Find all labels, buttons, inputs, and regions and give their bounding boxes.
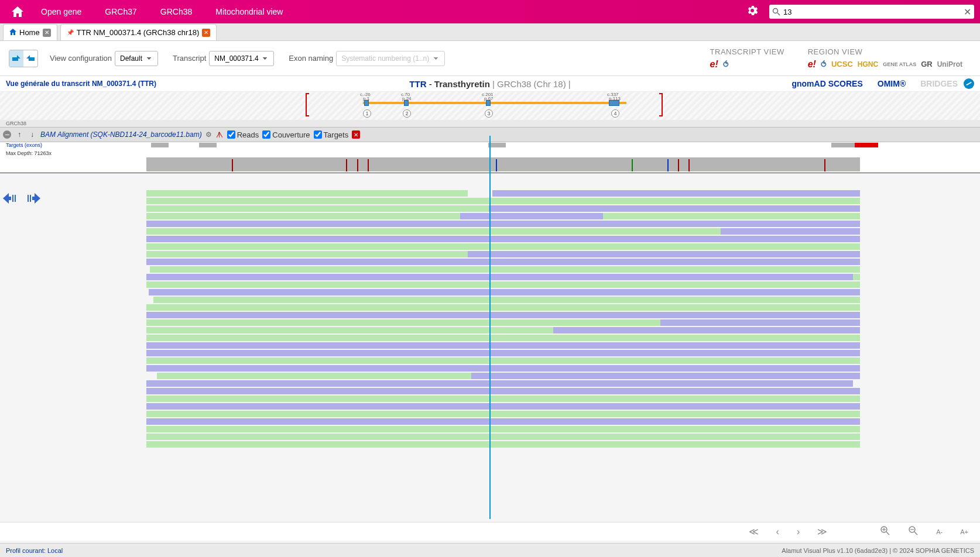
link-gr[interactable]: GR [921,60,933,68]
target-region [199,143,217,147]
gene-name: Transthyretin [434,79,490,89]
variant-tick [232,159,233,171]
svg-rect-2 [12,195,13,202]
svg-point-0 [773,9,778,13]
view-config-label: View configuration [50,54,112,63]
status-bar: Profil courant: Local Alamut Visual Plus… [0,543,980,557]
transcript-view-title: TRANSCRIPT VIEW [710,47,784,56]
variant-tick [496,159,497,171]
link-omim[interactable]: OMIM® [878,79,906,88]
font-smaller-button[interactable]: A- [936,528,943,535]
move-up-icon[interactable]: ↑ [15,130,24,139]
read-nav-arrows [3,193,40,204]
transcript-overview-link[interactable]: Vue générale du transcrit NM_000371.4 (T… [6,80,156,88]
variant-tick [824,159,825,171]
view-bracket-right [659,93,663,116]
variant-tick [357,159,358,171]
link-gnomad-scores[interactable]: gnomAD SCORES [791,79,862,88]
target-region [488,143,506,147]
search-clear-icon[interactable]: ✕ [964,6,971,18]
nav-next-icon[interactable]: › [797,527,800,537]
bam-peak-icon[interactable]: ⩚ [215,130,224,139]
top-menu-bar: Open gene GRCh37 GRCh38 Mitochondrial vi… [0,0,980,23]
pin-icon: 📌 [67,29,74,36]
view-config-select[interactable]: Default [115,51,158,66]
coverage-checkbox[interactable]: Couverture [262,130,310,139]
tab-home-close[interactable]: ✕ [43,29,51,37]
toolbar: View configuration Default Transcript NM… [0,41,980,76]
transcript-select[interactable]: NM_000371.4 [209,51,274,66]
region-view-title: REGION VIEW [808,47,962,56]
tab-home-label: Home [19,28,40,37]
link-ucsc[interactable]: UCSC [831,60,853,68]
menu-grch37[interactable]: GRCh37 [93,0,148,23]
link-ensembl-region[interactable]: e! [808,59,816,70]
svg-rect-4 [28,195,29,202]
transcript-diagram[interactable]: c.-26 p.1 c.70 p.24 c.201 p.67 c.337 p.1… [0,92,980,120]
bam-file-title: BAM Alignment (SQK-NBD114-24_barcode11.b… [40,130,202,139]
coverage-track[interactable] [146,157,860,171]
tab-gene-close[interactable]: ✕ [202,29,210,37]
font-larger-button[interactable]: A+ [960,528,968,535]
svg-rect-5 [30,195,31,202]
tab-bar: Home ✕ 📌 TTR NM_000371.4 (GRCh38 chr18) … [0,23,980,41]
orientation-toggle [9,50,38,67]
status-profile: Profil courant: Local [6,547,63,554]
svg-line-11 [914,532,917,535]
intron-line [363,102,626,104]
svg-line-7 [886,532,889,535]
menu-mito-view[interactable]: Mitochondrial view [204,0,294,23]
variant-tick [346,159,347,171]
nav-last-icon[interactable]: ≫ [817,526,827,537]
link-ensembl-transcript[interactable]: e! [710,59,718,70]
nav-prev-icon[interactable]: ‹ [776,527,779,537]
zoom-in-icon[interactable] [880,525,890,538]
svg-rect-3 [15,195,16,202]
link-ncbi-transcript[interactable]: ⥀ [723,60,729,69]
link-ncbi-region[interactable]: ⥀ [821,60,827,69]
menu-open-gene[interactable]: Open gene [29,0,93,23]
scroll-reads-right[interactable] [24,193,40,204]
gene-symbol: TTR [409,79,426,89]
home-small-icon [9,28,16,37]
target-region [831,143,855,147]
position-cursor[interactable] [489,136,491,519]
settings-icon[interactable] [741,5,763,19]
link-uniprot[interactable]: UniProt [937,60,962,68]
link-hgnc[interactable]: HGNC [858,60,878,68]
tab-gene-label: TTR NM_000371.4 (GRCh38 chr18) [77,28,200,37]
exon-naming-select[interactable]: Systematic numbering (1..n) [336,51,445,66]
exon-naming-label: Exon naming [289,54,333,63]
view-bracket-left [306,93,309,116]
zoom-out-icon[interactable] [908,525,919,538]
variant-tick [688,159,690,171]
gene-build: | GRCh38 (Chr 18) | [490,79,571,89]
target-region-warning [855,143,878,147]
variant-tick [368,159,369,171]
transcript-info-row: Vue générale du transcrit NM_000371.4 (T… [0,76,980,91]
transcript-label: Transcript [173,54,206,63]
build-tag: GRCh38 [0,120,980,127]
reads-pileup[interactable] [146,190,860,519]
targets-checkbox[interactable]: Targets [314,130,349,139]
refresh-icon[interactable] [964,78,974,89]
home-icon[interactable] [6,0,29,23]
link-bridges[interactable]: BRIDGES [920,79,958,88]
collapse-track-icon[interactable]: − [3,130,11,139]
scroll-reads-left[interactable] [3,193,19,204]
orientation-right[interactable] [9,50,23,67]
search-input[interactable] [783,8,964,16]
link-gene-atlas[interactable]: GENE ATLAS [883,61,916,67]
tab-home[interactable]: Home ✕ [3,24,57,40]
nav-first-icon[interactable]: ≪ [749,526,759,537]
bam-close-icon[interactable]: ✕ [352,130,360,139]
orientation-left[interactable] [23,50,37,67]
search-icon [772,8,780,16]
search-box: ✕ [769,5,974,19]
tab-gene[interactable]: 📌 TTR NM_000371.4 (GRCh38 chr18) ✕ [60,24,217,40]
bam-settings-icon[interactable]: ⚙ [205,130,212,139]
menu-grch38[interactable]: GRCh38 [149,0,204,23]
move-down-icon[interactable]: ↓ [28,130,37,139]
variant-tick [667,159,669,171]
reads-checkbox[interactable]: Reads [227,130,259,139]
